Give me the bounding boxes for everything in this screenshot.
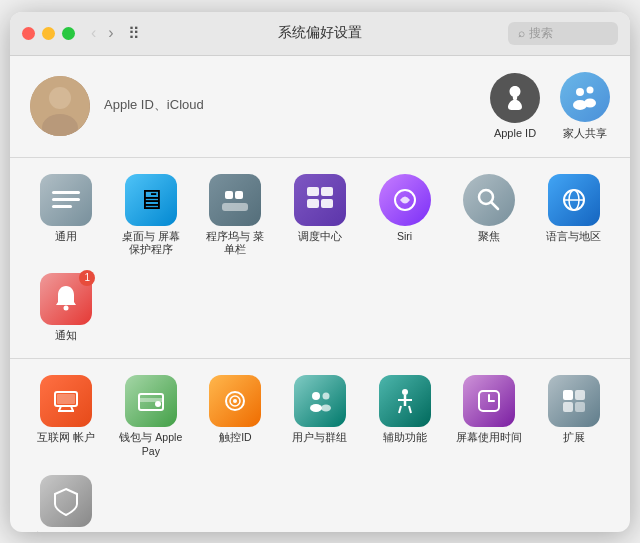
icon-label-desktop: 桌面与 屏幕保护程序 <box>117 230 185 257</box>
svg-rect-9 <box>52 205 72 208</box>
icon-item-users[interactable]: 用户与群组 <box>280 371 361 462</box>
icon-item-mission[interactable]: 调度中心 <box>280 170 361 261</box>
svg-line-19 <box>491 202 498 209</box>
svg-point-23 <box>64 305 69 310</box>
icon-item-general[interactable]: 通用 <box>26 170 107 261</box>
icon-label-language: 语言与地区 <box>546 230 601 244</box>
icon-label-notification: 通知 <box>55 329 77 343</box>
forward-button[interactable]: › <box>104 22 117 44</box>
svg-rect-48 <box>575 390 585 400</box>
svg-rect-14 <box>321 187 333 196</box>
apple-id-label: Apple ID <box>494 127 536 139</box>
svg-rect-8 <box>52 198 80 201</box>
svg-point-39 <box>402 389 408 395</box>
titlebar: ‹ › ⠿ 系统偏好设置 ⌕ 搜索 <box>10 12 630 56</box>
apple-id-icon <box>490 73 540 123</box>
svg-rect-12 <box>235 191 243 199</box>
traffic-lights <box>22 27 75 40</box>
minimize-button[interactable] <box>42 27 55 40</box>
icon-label-wallet: 钱包与 Apple Pay <box>117 431 185 458</box>
search-box[interactable]: ⌕ 搜索 <box>508 22 618 45</box>
content-area: Apple ID、iCloud Apple ID <box>10 56 630 532</box>
svg-rect-10 <box>222 203 248 211</box>
search-placeholder: 搜索 <box>529 25 553 42</box>
icon-item-dock[interactable]: 程序坞与 菜单栏 <box>195 170 276 261</box>
grid-section-1: 互联网 帐户钱包与 Apple Pay触控ID用户与群组辅助功能屏幕使用时间扩展… <box>10 359 630 531</box>
apple-id-item[interactable]: Apple ID <box>490 73 540 139</box>
icon-label-accessibility: 辅助功能 <box>383 431 427 445</box>
icon-item-language[interactable]: 语言与地区 <box>533 170 614 261</box>
svg-point-36 <box>310 404 322 412</box>
svg-point-3 <box>576 88 584 96</box>
svg-rect-16 <box>321 199 333 208</box>
grid-section-0: 通用🖥桌面与 屏幕保护程序程序坞与 菜单栏调度中心Siri聚焦语言与地区1通知 <box>10 158 630 360</box>
svg-point-35 <box>312 392 320 400</box>
icon-label-screentime: 屏幕使用时间 <box>456 431 522 445</box>
icon-label-touchid: 触控ID <box>219 431 252 445</box>
icon-item-notification[interactable]: 1通知 <box>26 269 107 347</box>
family-label: 家人共享 <box>563 126 607 141</box>
icon-label-siri: Siri <box>397 230 412 244</box>
icon-item-desktop[interactable]: 🖥桌面与 屏幕保护程序 <box>111 170 192 261</box>
icon-item-wallet[interactable]: 钱包与 Apple Pay <box>111 371 192 462</box>
avatar[interactable] <box>30 76 90 136</box>
icon-item-internet[interactable]: 互联网 帐户 <box>26 371 107 462</box>
svg-rect-49 <box>563 402 573 412</box>
svg-rect-25 <box>57 394 75 404</box>
icon-label-extension: 扩展 <box>563 431 585 445</box>
svg-rect-7 <box>52 191 80 194</box>
svg-rect-13 <box>307 187 319 196</box>
profile-section: Apple ID、iCloud Apple ID <box>10 56 630 158</box>
svg-rect-11 <box>225 191 233 199</box>
icon-label-general: 通用 <box>55 230 77 244</box>
close-button[interactable] <box>22 27 35 40</box>
icon-item-screentime[interactable]: 屏幕使用时间 <box>449 371 530 462</box>
svg-line-43 <box>409 406 411 413</box>
icon-item-accessibility[interactable]: 辅助功能 <box>364 371 445 462</box>
svg-point-1 <box>49 87 71 109</box>
maximize-button[interactable] <box>62 27 75 40</box>
icon-item-security[interactable]: 安全性与隐私 <box>26 471 107 532</box>
icon-label-internet: 互联网 帐户 <box>37 431 95 445</box>
svg-point-31 <box>155 401 161 407</box>
nav-buttons: ‹ › <box>87 22 118 44</box>
icon-label-dock: 程序坞与 菜单栏 <box>201 230 269 257</box>
system-preferences-window: ‹ › ⠿ 系统偏好设置 ⌕ 搜索 Apple ID、iCloud <box>10 12 630 532</box>
svg-point-37 <box>322 393 329 400</box>
back-button[interactable]: ‹ <box>87 22 100 44</box>
profile-info: Apple ID、iCloud <box>104 96 476 116</box>
grid-view-button[interactable]: ⠿ <box>122 22 146 45</box>
family-sharing-item[interactable]: 家人共享 <box>560 72 610 141</box>
profile-icons: Apple ID 家人共享 <box>490 72 610 141</box>
icon-item-touchid[interactable]: 触控ID <box>195 371 276 462</box>
icon-label-users: 用户与群组 <box>292 431 347 445</box>
icon-label-mission: 调度中心 <box>298 230 342 244</box>
svg-point-38 <box>321 405 331 412</box>
icon-label-spotlight: 聚焦 <box>478 230 500 244</box>
window-title: 系统偏好设置 <box>278 24 362 42</box>
badge-notification: 1 <box>79 270 95 286</box>
icon-item-extension[interactable]: 扩展 <box>533 371 614 462</box>
svg-rect-15 <box>307 199 319 208</box>
grid-sections: 通用🖥桌面与 屏幕保护程序程序坞与 菜单栏调度中心Siri聚焦语言与地区1通知互… <box>10 158 630 532</box>
icon-item-siri[interactable]: Siri <box>364 170 445 261</box>
svg-line-42 <box>399 406 401 413</box>
icon-label-security: 安全性与隐私 <box>33 531 99 532</box>
svg-rect-47 <box>563 390 573 400</box>
svg-point-4 <box>587 86 594 93</box>
profile-name: Apple ID、iCloud <box>104 96 476 114</box>
search-icon: ⌕ <box>518 26 525 40</box>
svg-rect-50 <box>575 402 585 412</box>
icon-item-spotlight[interactable]: 聚焦 <box>449 170 530 261</box>
family-icon <box>560 72 610 122</box>
svg-point-34 <box>233 399 237 403</box>
svg-point-6 <box>584 98 596 107</box>
